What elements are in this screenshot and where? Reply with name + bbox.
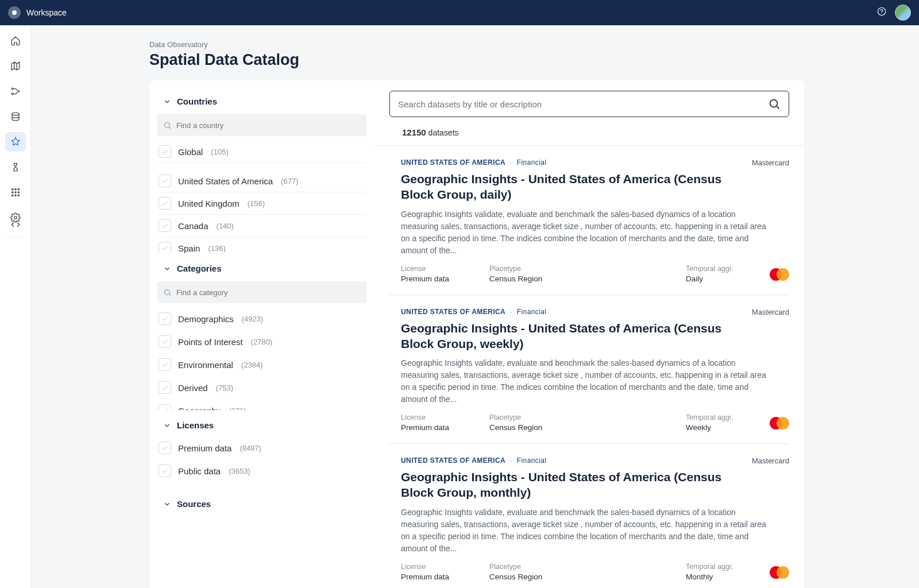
filter-item-label: United States of America bbox=[178, 176, 273, 186]
logo-icon[interactable] bbox=[8, 6, 21, 19]
nav-workflows[interactable] bbox=[5, 82, 26, 101]
filter-item-label: Spain bbox=[178, 243, 200, 253]
chevron-down-icon bbox=[163, 500, 171, 508]
meta-label-temporal: Temporal aggr. bbox=[686, 413, 737, 421]
checkbox-icon[interactable] bbox=[159, 404, 171, 410]
checkbox-icon[interactable] bbox=[159, 242, 171, 253]
filter-item[interactable]: Canada (140) bbox=[157, 215, 366, 237]
filter-item[interactable]: United Kingdom (156) bbox=[157, 192, 366, 215]
chevron-down-icon bbox=[163, 98, 171, 106]
checkbox-icon[interactable] bbox=[159, 465, 171, 477]
filter-item[interactable]: United States of America (677) bbox=[157, 170, 366, 192]
filter-section-countries: Countries Global (105) bbox=[149, 91, 374, 253]
avatar[interactable] bbox=[895, 5, 911, 21]
filters-panel: Countries Global (105) bbox=[149, 80, 374, 588]
filter-search-countries[interactable] bbox=[157, 114, 366, 136]
filter-item[interactable]: Geography (671) bbox=[157, 400, 366, 410]
dataset-description: Geographic Insights validate, evaluate a… bbox=[401, 357, 774, 405]
svg-point-4 bbox=[17, 91, 19, 92]
dataset-country: UNITED STATES OF AMERICA bbox=[401, 308, 505, 316]
filter-item[interactable]: Global (105) bbox=[157, 141, 366, 163]
checkbox-icon[interactable] bbox=[159, 312, 171, 325]
dataset-item[interactable]: UNITED STATES OF AMERICA · Financial Mas… bbox=[389, 295, 789, 444]
svg-point-9 bbox=[11, 192, 13, 193]
svg-point-8 bbox=[18, 189, 19, 190]
dataset-meta: License Premium data Placetype Census Re… bbox=[401, 563, 789, 581]
checkbox-icon[interactable] bbox=[159, 197, 171, 210]
nav-maps[interactable] bbox=[5, 56, 26, 76]
filter-title: Sources bbox=[177, 499, 211, 509]
help-icon[interactable] bbox=[876, 6, 887, 19]
search-box[interactable] bbox=[389, 91, 789, 117]
checkbox-icon[interactable] bbox=[159, 175, 171, 187]
nav-data-observatory[interactable] bbox=[5, 132, 26, 152]
filter-item[interactable]: Environmental (2384) bbox=[157, 354, 366, 377]
filter-item[interactable]: Derived (753) bbox=[157, 377, 366, 400]
meta-label-temporal: Temporal aggr. bbox=[686, 265, 737, 273]
filter-search-input-categories[interactable] bbox=[176, 288, 361, 297]
filter-header-licenses[interactable]: Licenses bbox=[149, 415, 374, 436]
dataset-item[interactable]: UNITED STATES OF AMERICA · Financial Mas… bbox=[389, 444, 789, 588]
dataset-title[interactable]: Geographic Insights - United States of A… bbox=[401, 320, 757, 352]
dataset-country: UNITED STATES OF AMERICA bbox=[401, 158, 505, 167]
breadcrumb[interactable]: Data Observatory bbox=[31, 40, 919, 49]
nav-apps[interactable] bbox=[5, 183, 26, 202]
dataset-item[interactable]: UNITED STATES OF AMERICA · Financial Mas… bbox=[389, 146, 789, 295]
checkbox-icon[interactable] bbox=[159, 145, 171, 158]
filter-item-count: (105) bbox=[211, 148, 228, 156]
filter-item-count: (671) bbox=[229, 407, 246, 411]
results-panel: 12150 datasets UNITED STATES OF AMERICA … bbox=[374, 80, 804, 588]
filter-item[interactable]: Premium data (8497) bbox=[157, 437, 366, 460]
nav-data-explorer[interactable] bbox=[5, 107, 26, 126]
meta-label-license: License bbox=[401, 413, 453, 421]
filter-item-count: (156) bbox=[248, 199, 265, 208]
svg-point-13 bbox=[14, 195, 16, 196]
dataset-meta: License Premium data Placetype Census Re… bbox=[401, 265, 789, 283]
nav-home[interactable] bbox=[5, 31, 26, 51]
filter-item[interactable]: Demographics (4923) bbox=[157, 308, 366, 331]
dataset-title[interactable]: Geographic Insights - United States of A… bbox=[401, 171, 757, 203]
filter-search-categories[interactable] bbox=[157, 281, 366, 303]
filter-header-countries[interactable]: Countries bbox=[149, 91, 374, 112]
checkbox-icon[interactable] bbox=[159, 219, 171, 232]
mastercard-logo-icon bbox=[770, 566, 789, 579]
filter-section-licenses: Licenses Premium data (8497) Public data… bbox=[149, 415, 374, 483]
checkbox-icon[interactable] bbox=[159, 358, 171, 371]
filter-list-categories[interactable]: Demographics (4923) Points of Interest (… bbox=[149, 307, 374, 410]
dataset-title[interactable]: Geographic Insights - United States of A… bbox=[401, 469, 757, 501]
filter-item-label: Geography bbox=[178, 406, 221, 411]
meta-label-license: License bbox=[401, 265, 453, 273]
page-title: Spatial Data Catalog bbox=[31, 51, 919, 69]
filter-search-input-countries[interactable] bbox=[176, 121, 361, 130]
nav-connections[interactable] bbox=[5, 157, 26, 177]
filter-item-label: Global bbox=[178, 147, 203, 157]
dataset-category: Financial bbox=[517, 457, 547, 465]
checkbox-icon[interactable] bbox=[159, 442, 171, 454]
filter-header-categories[interactable]: Categories bbox=[149, 258, 374, 279]
filter-header-sources[interactable]: Sources bbox=[149, 493, 374, 514]
search-input[interactable] bbox=[398, 99, 768, 109]
filter-item-count: (4923) bbox=[242, 315, 264, 323]
filter-item[interactable]: Public data (3653) bbox=[157, 460, 366, 483]
result-count: 12150 datasets bbox=[389, 125, 789, 145]
meta-value-temporal: Monthly bbox=[686, 572, 737, 581]
filter-list-countries[interactable]: Global (105) United States of America (6… bbox=[149, 140, 374, 253]
dataset-category: Financial bbox=[517, 158, 547, 167]
dataset-provider: Mastercard bbox=[752, 158, 789, 167]
dataset-country: UNITED STATES OF AMERICA bbox=[401, 457, 505, 465]
search-icon bbox=[163, 121, 172, 130]
dataset-tags: UNITED STATES OF AMERICA · Financial bbox=[401, 158, 789, 167]
filter-item[interactable]: Points of Interest (2780) bbox=[157, 331, 366, 354]
main-content: Data Observatory Spatial Data Catalog Co… bbox=[31, 25, 919, 588]
filter-list-licenses[interactable]: Premium data (8497) Public data (3653) bbox=[149, 436, 374, 483]
checkbox-icon[interactable] bbox=[159, 381, 171, 394]
meta-label-license: License bbox=[401, 563, 453, 571]
svg-point-2 bbox=[11, 88, 13, 90]
meta-label-placetype: Placetype bbox=[489, 413, 542, 421]
nav-collapse-toggle[interactable] bbox=[5, 215, 26, 234]
meta-value-placetype: Census Region bbox=[489, 572, 542, 581]
filter-item-count: (753) bbox=[216, 384, 233, 392]
workspace-name[interactable]: Workspace bbox=[26, 8, 67, 17]
filter-item[interactable]: Spain (136) bbox=[157, 237, 366, 253]
checkbox-icon[interactable] bbox=[159, 335, 171, 348]
